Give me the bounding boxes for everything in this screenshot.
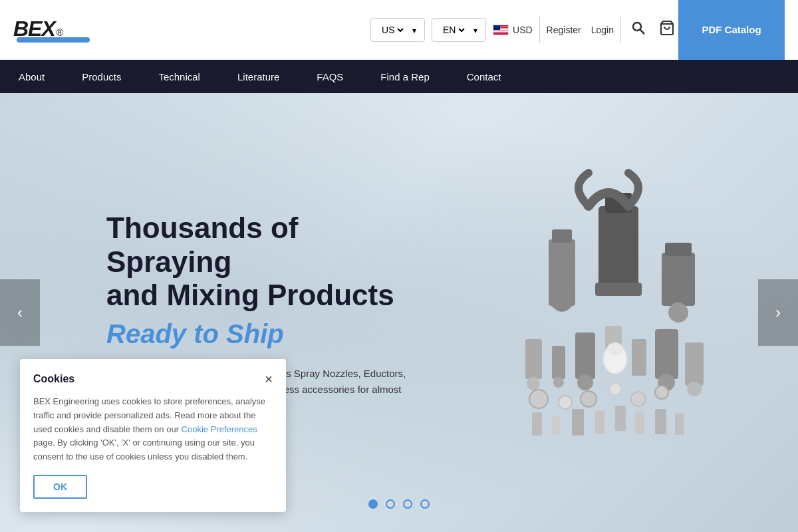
country-select[interactable]: US xyxy=(370,18,425,42)
login-link[interactable]: Login xyxy=(591,25,614,35)
hero-product-image xyxy=(479,146,758,479)
svg-rect-5 xyxy=(595,283,642,296)
cookie-ok-button[interactable]: OK xyxy=(33,475,87,499)
svg-rect-8 xyxy=(662,253,695,306)
lang-select[interactable]: EN xyxy=(432,18,486,42)
svg-rect-3 xyxy=(598,206,638,286)
header-controls: US EN USD Register Login xyxy=(370,17,678,43)
svg-point-29 xyxy=(655,386,668,399)
site-header: BEX ® US EN USD Register xyxy=(0,0,798,60)
cookie-banner: Cookies × BEX Engineering uses cookies t… xyxy=(20,359,286,512)
cookie-text: BEX Engineering uses cookies to store pr… xyxy=(33,395,273,464)
search-button[interactable] xyxy=(628,17,649,42)
svg-rect-32 xyxy=(572,409,584,436)
svg-point-26 xyxy=(581,391,597,407)
carousel-dot-2[interactable] xyxy=(386,499,395,509)
main-nav: About Products Technical Literature FAQS… xyxy=(0,60,798,93)
svg-rect-33 xyxy=(595,411,604,434)
svg-rect-34 xyxy=(615,406,626,431)
logo-wrapper[interactable]: BEX ® xyxy=(13,17,90,43)
svg-point-25 xyxy=(559,396,572,409)
svg-point-24 xyxy=(529,390,548,408)
svg-rect-6 xyxy=(549,239,575,306)
svg-point-16 xyxy=(577,374,593,390)
logo-underline xyxy=(17,37,90,43)
pdf-catalog-button[interactable]: PDF Catalog xyxy=(678,0,785,60)
svg-point-28 xyxy=(631,392,646,406)
nav-item-products[interactable]: Products xyxy=(63,60,140,93)
svg-rect-30 xyxy=(532,412,542,436)
svg-rect-36 xyxy=(655,409,666,434)
spray-products-svg xyxy=(485,153,751,472)
hero-prev-button[interactable]: ‹ xyxy=(0,279,40,346)
svg-point-39 xyxy=(607,342,623,356)
svg-rect-15 xyxy=(575,332,595,379)
lang-dropdown[interactable]: EN xyxy=(440,24,467,36)
register-link[interactable]: Register xyxy=(547,25,581,35)
svg-rect-19 xyxy=(632,339,646,376)
svg-line-1 xyxy=(640,30,645,35)
cookie-title: Cookies xyxy=(33,373,74,385)
cookie-header: Cookies × xyxy=(33,372,273,386)
nav-item-find-rep[interactable]: Find a Rep xyxy=(362,60,448,93)
svg-point-23 xyxy=(687,382,702,396)
country-dropdown[interactable]: US xyxy=(379,24,406,36)
divider-1 xyxy=(539,17,540,43)
currency-label: USD xyxy=(513,25,533,35)
svg-rect-9 xyxy=(665,243,692,256)
svg-rect-31 xyxy=(552,416,560,434)
hero-carousel-dots xyxy=(368,499,430,509)
nav-item-literature[interactable]: Literature xyxy=(219,60,298,93)
hero-title: Thousands of Spraying and Mixing Product… xyxy=(106,211,412,313)
logo-reg: ® xyxy=(57,27,63,38)
cookie-preferences-link[interactable]: Cookie Preferences xyxy=(182,424,257,434)
divider-2 xyxy=(620,17,621,43)
nav-item-contact[interactable]: Contact xyxy=(448,60,520,93)
svg-rect-7 xyxy=(552,229,572,243)
svg-rect-20 xyxy=(655,329,678,379)
carousel-dot-4[interactable] xyxy=(420,499,430,509)
flag-icon xyxy=(493,25,509,35)
carousel-dot-3[interactable] xyxy=(403,499,412,509)
svg-rect-35 xyxy=(635,412,644,434)
svg-point-0 xyxy=(633,23,641,31)
lang-chevron xyxy=(471,25,477,35)
nav-item-about[interactable]: About xyxy=(0,60,63,93)
svg-point-12 xyxy=(527,377,540,390)
svg-point-14 xyxy=(553,377,564,388)
cart-button[interactable] xyxy=(656,17,678,43)
currency-area: USD xyxy=(493,25,533,35)
svg-point-10 xyxy=(668,303,688,323)
hero-subtitle: Ready to Ship xyxy=(106,319,412,349)
nav-item-faqs[interactable]: FAQS xyxy=(298,60,362,93)
cart-icon xyxy=(659,20,675,36)
svg-point-27 xyxy=(609,383,621,395)
svg-rect-22 xyxy=(685,342,704,386)
hero-next-button[interactable]: › xyxy=(758,279,798,346)
cookie-close-button[interactable]: × xyxy=(265,372,273,386)
header-auth-links: Register Login xyxy=(547,25,614,35)
svg-rect-13 xyxy=(552,346,565,379)
carousel-dot-1[interactable] xyxy=(368,499,378,509)
nav-item-technical[interactable]: Technical xyxy=(140,60,219,93)
search-icon xyxy=(631,21,646,35)
hero-section: ‹ Thousands of Spraying and Mixing Produ… xyxy=(0,93,798,532)
svg-rect-37 xyxy=(675,414,684,435)
svg-rect-11 xyxy=(525,339,542,379)
logo-area: BEX ® xyxy=(13,17,90,43)
country-chevron xyxy=(410,25,416,35)
